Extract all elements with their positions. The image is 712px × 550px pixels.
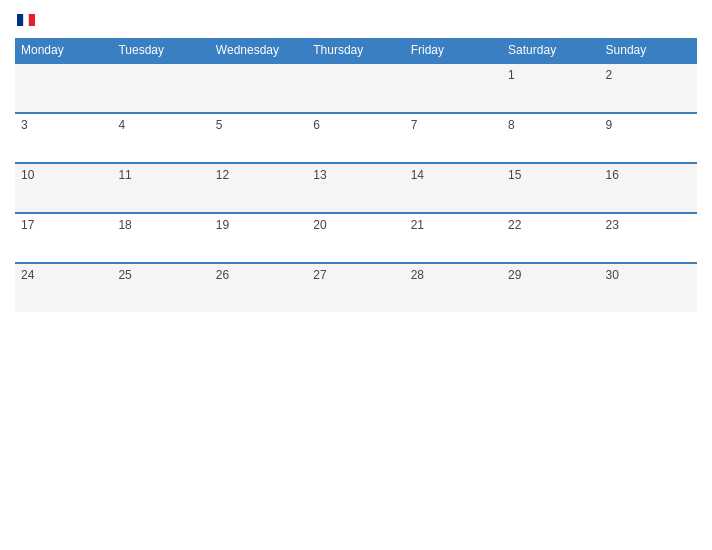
calendar-header — [15, 10, 697, 28]
calendar-week-2: 3456789 — [15, 113, 697, 163]
day-number: 15 — [508, 168, 521, 182]
day-number: 4 — [118, 118, 125, 132]
calendar-cell: 8 — [502, 113, 599, 163]
calendar-cell: 23 — [600, 213, 697, 263]
day-number: 26 — [216, 268, 229, 282]
calendar-container: MondayTuesdayWednesdayThursdayFridaySatu… — [0, 0, 712, 550]
calendar-cell: 3 — [15, 113, 112, 163]
day-number: 22 — [508, 218, 521, 232]
day-number: 3 — [21, 118, 28, 132]
calendar-cell: 27 — [307, 263, 404, 312]
logo-general-text — [15, 10, 35, 28]
calendar-cell: 10 — [15, 163, 112, 213]
calendar-week-5: 24252627282930 — [15, 263, 697, 312]
day-header-monday: Monday — [15, 38, 112, 63]
calendar-cell: 7 — [405, 113, 502, 163]
calendar-cell: 28 — [405, 263, 502, 312]
calendar-cell: 14 — [405, 163, 502, 213]
day-header-sunday: Sunday — [600, 38, 697, 63]
day-header-thursday: Thursday — [307, 38, 404, 63]
day-number: 23 — [606, 218, 619, 232]
day-number: 27 — [313, 268, 326, 282]
calendar-week-1: 12 — [15, 63, 697, 113]
calendar-cell: 26 — [210, 263, 307, 312]
day-number: 25 — [118, 268, 131, 282]
day-number: 21 — [411, 218, 424, 232]
day-number: 8 — [508, 118, 515, 132]
calendar-cell: 13 — [307, 163, 404, 213]
calendar-cell: 24 — [15, 263, 112, 312]
day-headers: MondayTuesdayWednesdayThursdayFridaySatu… — [15, 38, 697, 63]
day-header-tuesday: Tuesday — [112, 38, 209, 63]
day-number: 18 — [118, 218, 131, 232]
day-number: 2 — [606, 68, 613, 82]
calendar-cell: 15 — [502, 163, 599, 213]
day-number: 6 — [313, 118, 320, 132]
calendar-cell: 5 — [210, 113, 307, 163]
calendar-cell: 1 — [502, 63, 599, 113]
day-number: 9 — [606, 118, 613, 132]
calendar-cell: 16 — [600, 163, 697, 213]
calendar-header-row: MondayTuesdayWednesdayThursdayFridaySatu… — [15, 38, 697, 63]
day-number: 12 — [216, 168, 229, 182]
day-number: 11 — [118, 168, 131, 182]
day-number: 17 — [21, 218, 34, 232]
day-header-wednesday: Wednesday — [210, 38, 307, 63]
calendar-cell: 18 — [112, 213, 209, 263]
calendar-cell — [112, 63, 209, 113]
calendar-week-3: 10111213141516 — [15, 163, 697, 213]
day-number: 16 — [606, 168, 619, 182]
day-number: 28 — [411, 268, 424, 282]
logo — [15, 10, 35, 28]
day-number: 24 — [21, 268, 34, 282]
calendar-cell — [15, 63, 112, 113]
calendar-table: MondayTuesdayWednesdayThursdayFridaySatu… — [15, 38, 697, 312]
calendar-cell: 12 — [210, 163, 307, 213]
day-number: 7 — [411, 118, 418, 132]
calendar-cell: 4 — [112, 113, 209, 163]
calendar-cell: 22 — [502, 213, 599, 263]
calendar-cell: 19 — [210, 213, 307, 263]
day-number: 29 — [508, 268, 521, 282]
calendar-cell: 21 — [405, 213, 502, 263]
day-header-friday: Friday — [405, 38, 502, 63]
calendar-cell: 2 — [600, 63, 697, 113]
calendar-cell: 29 — [502, 263, 599, 312]
day-number: 30 — [606, 268, 619, 282]
day-number: 13 — [313, 168, 326, 182]
calendar-cell: 6 — [307, 113, 404, 163]
calendar-cell: 25 — [112, 263, 209, 312]
day-number: 10 — [21, 168, 34, 182]
calendar-cell — [405, 63, 502, 113]
calendar-cell: 17 — [15, 213, 112, 263]
day-number: 1 — [508, 68, 515, 82]
calendar-cell: 20 — [307, 213, 404, 263]
day-header-saturday: Saturday — [502, 38, 599, 63]
calendar-cell — [210, 63, 307, 113]
calendar-body: 1234567891011121314151617181920212223242… — [15, 63, 697, 312]
day-number: 20 — [313, 218, 326, 232]
day-number: 19 — [216, 218, 229, 232]
calendar-cell: 9 — [600, 113, 697, 163]
calendar-week-4: 17181920212223 — [15, 213, 697, 263]
calendar-cell: 30 — [600, 263, 697, 312]
day-number: 14 — [411, 168, 424, 182]
calendar-cell — [307, 63, 404, 113]
day-number: 5 — [216, 118, 223, 132]
logo-flag-icon — [17, 14, 35, 26]
calendar-cell: 11 — [112, 163, 209, 213]
